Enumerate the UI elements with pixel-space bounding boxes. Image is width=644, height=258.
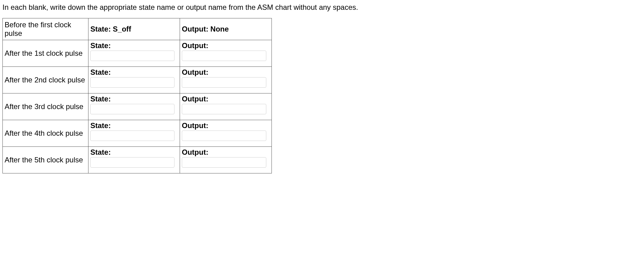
row-desc: After the 5th clock pulse [3, 147, 88, 173]
output-input[interactable] [182, 131, 266, 141]
asm-table: Before the first clock pulse State: S_of… [2, 18, 272, 173]
state-label: State: [90, 68, 178, 77]
table-row: After the 1st clock pulse State: Output: [3, 40, 272, 67]
state-value: S_off [113, 25, 131, 33]
state-input[interactable] [90, 51, 174, 61]
row-desc: After the 4th clock pulse [3, 120, 88, 147]
output-input[interactable] [182, 157, 266, 168]
state-input[interactable] [90, 131, 174, 141]
state-label: State: [90, 25, 111, 33]
state-cell: State: [88, 67, 180, 93]
row-desc: After the 1st clock pulse [3, 40, 88, 67]
instruction-text: In each blank, write down the appropriat… [2, 2, 642, 12]
table-row: Before the first clock pulse State: S_of… [3, 18, 272, 40]
state-cell: State: [88, 120, 180, 147]
output-value: None [210, 25, 229, 33]
state-label: State: [90, 148, 178, 157]
output-cell: Output: [180, 93, 272, 120]
output-cell: Output: [180, 147, 272, 173]
output-label: Output: [182, 68, 270, 77]
state-cell: State: S_off [88, 18, 180, 40]
state-label: State: [90, 41, 178, 50]
state-input[interactable] [90, 77, 174, 88]
output-label: Output: [182, 148, 270, 157]
output-label: Output: [182, 41, 270, 50]
table-row: After the 3rd clock pulse State: Output: [3, 93, 272, 120]
state-input[interactable] [90, 104, 174, 114]
state-input[interactable] [90, 157, 174, 168]
state-cell: State: [88, 40, 180, 67]
output-cell: Output: [180, 67, 272, 93]
row-desc: After the 2nd clock pulse [3, 67, 88, 93]
state-cell: State: [88, 93, 180, 120]
output-label: Output: [182, 121, 270, 130]
table-row: After the 2nd clock pulse State: Output: [3, 67, 272, 93]
output-label: Output: [182, 95, 270, 103]
state-cell: State: [88, 147, 180, 173]
output-input[interactable] [182, 77, 266, 88]
table-row: After the 4th clock pulse State: Output: [3, 120, 272, 147]
row-desc: Before the first clock pulse [3, 18, 88, 40]
table-row: After the 5th clock pulse State: Output: [3, 147, 272, 173]
output-cell: Output: None [180, 18, 272, 40]
output-input[interactable] [182, 104, 266, 114]
output-input[interactable] [182, 51, 266, 61]
row-desc: After the 3rd clock pulse [3, 93, 88, 120]
output-label: Output: [182, 25, 208, 33]
state-label: State: [90, 95, 178, 103]
state-label: State: [90, 121, 178, 130]
output-cell: Output: [180, 120, 272, 147]
output-cell: Output: [180, 40, 272, 67]
